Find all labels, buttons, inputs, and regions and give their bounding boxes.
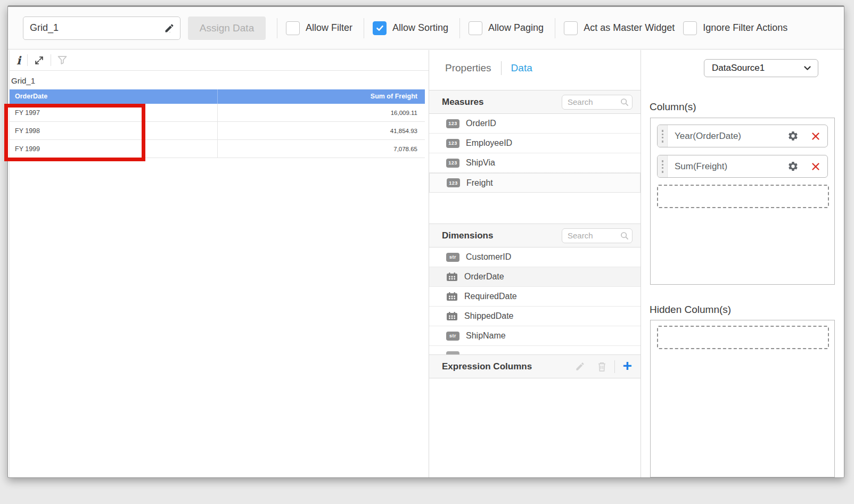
datasource-selected-value: DataSource1 <box>712 63 803 73</box>
search-icon <box>620 232 629 242</box>
dimension-label: ShipName <box>466 331 506 341</box>
chip-label: Sum(Freight) <box>675 161 787 172</box>
assign-data-button[interactable]: Assign Data <box>188 16 266 40</box>
panel-tabs: Properties Data <box>445 61 532 75</box>
drag-handle[interactable] <box>658 155 668 177</box>
search-icon <box>620 98 629 109</box>
columns-drop-zone[interactable] <box>657 185 829 208</box>
cell-orderdate: FY 1998 <box>10 122 217 139</box>
table-row[interactable]: FY 1999 7,078.65 <box>10 140 425 158</box>
dimensions-search <box>562 228 633 243</box>
measures-search <box>562 95 633 110</box>
main-area: i Grid_1 OrderDate Sum of Freight <box>8 50 844 477</box>
allow-paging-label: Allow Paging <box>488 22 544 34</box>
grid-table-header[interactable]: OrderDate Sum of Freight <box>10 89 425 104</box>
allow-paging-checkbox[interactable] <box>469 21 482 35</box>
dimension-label: RequiredDate <box>464 292 517 301</box>
measure-label: ShipVia <box>466 158 495 168</box>
delete-expression-icon[interactable] <box>597 361 607 372</box>
act-as-master-widget-checkbox[interactable] <box>564 21 578 35</box>
check-icon <box>376 24 384 32</box>
measure-item-shipvia[interactable]: 123 ShipVia <box>429 153 640 173</box>
act-as-master-widget-label: Act as Master Widget <box>584 22 675 34</box>
measure-item-orderid[interactable]: 123 OrderID <box>429 114 640 134</box>
allow-sorting-checkbox[interactable] <box>373 21 387 35</box>
dimension-label: CustomerID <box>466 252 511 262</box>
widget-name-input[interactable] <box>23 16 180 40</box>
dimension-item-partial[interactable] <box>429 346 640 354</box>
maximize-icon[interactable] <box>34 55 44 65</box>
measure-item-freight[interactable]: 123 Freight <box>429 173 640 193</box>
cell-freight: 16,009.11 <box>217 104 425 121</box>
calendar-icon <box>446 272 458 282</box>
allow-filter-checkbox[interactable] <box>286 21 300 35</box>
info-icon[interactable]: i <box>17 55 21 66</box>
hidden-columns-zone-box <box>650 320 835 477</box>
dimension-item-orderdate[interactable]: OrderDate <box>429 267 640 287</box>
cell-freight: 7,078.65 <box>217 140 425 158</box>
gear-icon[interactable] <box>787 161 799 172</box>
column-chip-year-orderdate[interactable]: Year(OrderDate) <box>657 125 828 147</box>
columns-zone-box: Year(OrderDate) Sum(Freight) <box>650 118 835 285</box>
allow-paging-option[interactable]: Allow Paging <box>469 21 544 35</box>
tab-divider <box>501 61 502 75</box>
ignore-filter-actions-checkbox[interactable] <box>683 21 697 35</box>
toolbar-divider <box>364 18 364 38</box>
dimension-label: ShippedDate <box>464 311 514 321</box>
tab-properties[interactable]: Properties <box>445 62 491 74</box>
grid-table: OrderDate Sum of Freight FY 1997 16,009.… <box>10 89 425 158</box>
dimensions-title: Dimensions <box>442 230 562 241</box>
remove-icon[interactable] <box>811 162 820 171</box>
allow-filter-option[interactable]: Allow Filter <box>286 21 352 35</box>
act-as-master-widget-option[interactable]: Act as Master Widget <box>564 21 675 35</box>
measures-list: 123 OrderID 123 EmployeeID 123 ShipVia 1… <box>429 114 640 196</box>
measure-label: EmployeeID <box>466 138 512 148</box>
measure-label: Freight <box>466 178 493 188</box>
ignore-filter-actions-option[interactable]: Ignore Filter Actions <box>683 21 787 35</box>
datasource-dropdown[interactable]: DataSource1 <box>704 59 818 77</box>
column-assignment-panel: DataSource1 Column(s) Year(OrderDate) <box>641 50 844 477</box>
chip-label: Year(OrderDate) <box>675 131 787 142</box>
dimension-item-shippeddate[interactable]: ShippedDate <box>429 307 640 326</box>
measures-section-header: Measures <box>429 90 640 114</box>
toolbar-divider <box>51 54 51 66</box>
column-chip-sum-freight[interactable]: Sum(Freight) <box>657 155 828 178</box>
allow-filter-label: Allow Filter <box>306 22 352 34</box>
table-row[interactable]: FY 1997 16,009.11 <box>10 104 425 122</box>
cell-orderdate: FY 1997 <box>10 104 217 121</box>
measure-label: OrderID <box>466 119 496 128</box>
dimensions-list: str CustomerID OrderDate RequiredDate <box>429 247 640 354</box>
calendar-icon <box>446 311 458 321</box>
table-row[interactable]: FY 1998 41,854.93 <box>10 122 425 140</box>
edit-expression-icon[interactable] <box>575 361 585 371</box>
chevron-down-icon <box>803 65 811 71</box>
hidden-columns-drop-zone[interactable] <box>657 326 829 349</box>
drag-handle[interactable] <box>658 125 668 147</box>
measure-item-employeeid[interactable]: 123 EmployeeID <box>429 134 640 153</box>
columns-zone-title: Column(s) <box>650 101 696 113</box>
number-type-icon: 123 <box>446 159 459 168</box>
allow-sorting-option[interactable]: Allow Sorting <box>373 21 448 35</box>
column-header-sum-of-freight[interactable]: Sum of Freight <box>217 89 425 104</box>
filter-icon[interactable] <box>58 56 67 64</box>
dimension-item-requireddate[interactable]: RequiredDate <box>429 287 640 307</box>
tab-data[interactable]: Data <box>511 62 532 74</box>
expression-columns-title: Expression Columns <box>442 361 575 372</box>
dimension-item-shipname[interactable]: str ShipName <box>429 326 640 346</box>
dimension-item-customerid[interactable]: str CustomerID <box>429 247 640 267</box>
gear-icon[interactable] <box>787 130 799 142</box>
grid-widget-preview: i Grid_1 OrderDate Sum of Freight <box>8 50 429 477</box>
remove-icon[interactable] <box>811 132 820 141</box>
measures-title: Measures <box>442 97 562 108</box>
allow-sorting-label: Allow Sorting <box>392 22 448 34</box>
add-expression-icon[interactable]: + <box>622 358 632 374</box>
number-type-icon: 123 <box>446 119 459 128</box>
designer-window: Assign Data Allow Filter Allow Sorting A… <box>7 5 844 478</box>
ignore-filter-actions-label: Ignore Filter Actions <box>703 22 787 34</box>
rename-pencil-icon[interactable] <box>164 23 175 34</box>
number-type-icon: 123 <box>446 139 459 148</box>
toolbar-divider <box>277 18 277 38</box>
cell-freight: 41,854.93 <box>217 122 425 139</box>
column-header-orderdate[interactable]: OrderDate <box>10 89 217 104</box>
grid-widget-title: Grid_1 <box>11 76 35 85</box>
